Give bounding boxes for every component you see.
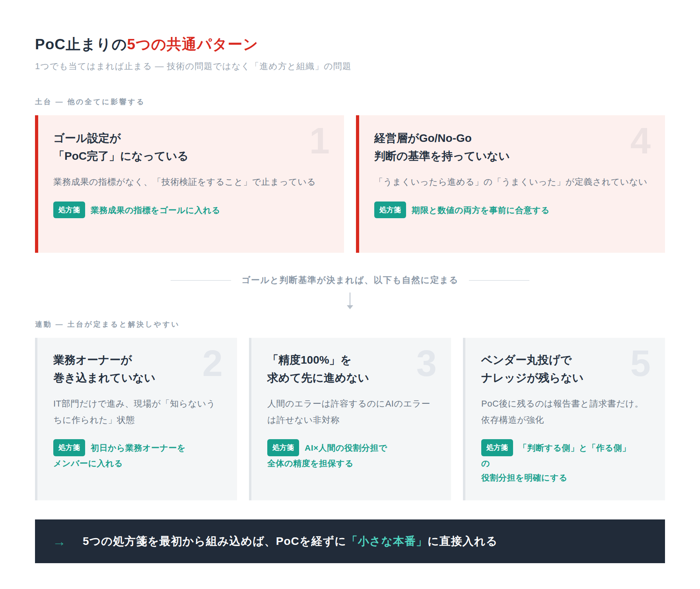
banner-text: 5つの処方箋を最初から組み込めば、PoCを経ずに「小さな本番」に直接入れる [83, 534, 498, 549]
prescription-text: 業務成果の指標をゴールに入れる [91, 205, 220, 215]
pattern-card-4: 4 経営層がGo/No-Go 判断の基準を持っていない 「うまくいったら進める」… [356, 115, 665, 253]
page-title-dark: PoC止まりの [35, 36, 127, 52]
card-title: ゴール設定が 「PoC完了」になっている [53, 130, 327, 165]
divider-line-left [171, 280, 231, 281]
prescription-row: 処方箋初日から業務オーナーを メンバーに入れる [53, 439, 221, 470]
foundation-card-row: 1 ゴール設定が 「PoC完了」になっている 業務成果の指標がなく、「技術検証を… [35, 115, 665, 253]
arrow-down-icon [35, 293, 665, 309]
prescription-badge: 処方箋 [374, 202, 406, 219]
banner-text-before: 5つの処方箋を最初から組み込めば、PoCを経ずに [83, 535, 346, 547]
prescription-row: 処方箋期限と数値の両方を事前に合意する [374, 202, 648, 219]
prescription-text: 期限と数値の両方を事前に合意する [412, 205, 550, 215]
prescription-badge: 処方箋 [267, 439, 299, 456]
banner-highlight: 「小さな本番」 [346, 535, 428, 547]
linked-card-row: 2 業務オーナーが 巻き込まれていない IT部門だけで進み、現場が「知らないうち… [35, 338, 665, 500]
card-title: 経営層がGo/No-Go 判断の基準を持っていない [374, 130, 648, 165]
page-subtitle: 1つでも当てはまれば止まる — 技術の問題ではなく「進め方と組織」の問題 [35, 60, 665, 72]
card-title: 業務オーナーが 巻き込まれていない [53, 351, 221, 387]
page-title-red: 5つの共通パターン [127, 36, 259, 52]
prescription-row: 処方箋AI×人間の役割分担で 全体の精度を担保する [267, 439, 435, 470]
section-label-foundation: 土台 — 他の全てに影響する [35, 97, 665, 107]
conclusion-banner: → 5つの処方箋を最初から組み込めば、PoCを経ずに「小さな本番」に直接入れる [35, 519, 665, 563]
divider-text: ゴールと判断基準が決まれば、以下も自然に定まる [241, 274, 459, 286]
prescription-row: 処方箋業務成果の指標をゴールに入れる [53, 202, 327, 219]
pattern-card-3: 3 「精度100%」を 求めて先に進めない 人間のエラーは許容するのにAIのエラ… [249, 338, 451, 500]
prescription-badge: 処方箋 [53, 439, 85, 456]
card-description: 「うまくいったら進める」の「うまくいった」が定義されていない [374, 174, 648, 190]
section-label-linked: 連動 — 土台が定まると解決しやすい [35, 320, 665, 329]
card-description: 業務成果の指標がなく、「技術検証をすること」で止まっている [53, 174, 327, 190]
pattern-card-5: 5 ベンダー丸投げで ナレッジが残らない PoC後に残るのは報告書と請求書だけ。… [463, 338, 665, 500]
card-title: ベンダー丸投げで ナレッジが残らない [481, 351, 649, 387]
prescription-row: 処方箋「判断する側」と「作る側」 の 役割分担を明確にする [481, 439, 649, 484]
prescription-badge: 処方箋 [481, 439, 513, 456]
pattern-card-1: 1 ゴール設定が 「PoC完了」になっている 業務成果の指標がなく、「技術検証を… [35, 115, 344, 253]
card-description: PoC後に残るのは報告書と請求書だけ。依存構造が強化 [481, 396, 649, 428]
transition-divider: ゴールと判断基準が決まれば、以下も自然に定まる [35, 274, 665, 286]
banner-text-after: に直接入れる [428, 535, 498, 547]
arrow-right-icon: → [52, 535, 66, 548]
divider-line-right [469, 280, 529, 281]
card-description: 人間のエラーは許容するのにAIのエラーは許せない非対称 [267, 396, 435, 428]
prescription-badge: 処方箋 [53, 202, 85, 219]
poc-patterns-infographic: PoC止まりの5つの共通パターン 1つでも当てはまれば止まる — 技術の問題では… [0, 0, 700, 563]
page-title: PoC止まりの5つの共通パターン [35, 36, 665, 53]
card-title: 「精度100%」を 求めて先に進めない [267, 351, 435, 387]
card-description: IT部門だけで進み、現場が「知らないうちに作られた」状態 [53, 396, 221, 428]
pattern-card-2: 2 業務オーナーが 巻き込まれていない IT部門だけで進み、現場が「知らないうち… [35, 338, 237, 500]
